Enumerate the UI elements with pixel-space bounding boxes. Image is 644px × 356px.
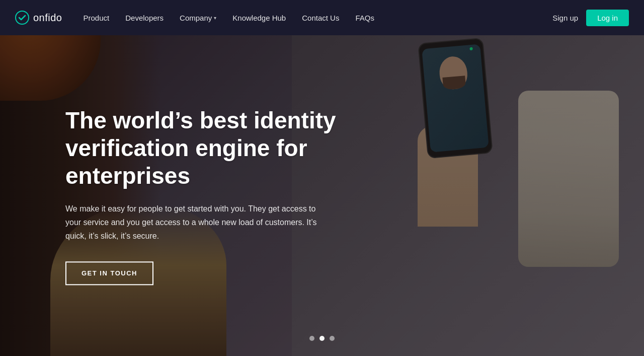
carousel-dot-3[interactable]	[330, 336, 335, 341]
get-in-touch-button[interactable]: GET IN TOUCH	[65, 261, 153, 285]
navbar-left: onfido Product Developers Company ▾ Know…	[15, 10, 380, 26]
nav-link-developers[interactable]: Developers	[119, 10, 170, 26]
carousel-dot-2[interactable]	[319, 336, 325, 341]
nav-link-company[interactable]: Company ▾	[174, 10, 222, 26]
hero-title: The world’s best identity verification e…	[65, 107, 347, 190]
carousel-dot-1[interactable]	[309, 336, 314, 341]
hero-subtitle: We make it easy for people to get starte…	[65, 202, 327, 243]
hero-section: onfido Product Developers Company ▾ Know…	[0, 0, 644, 356]
hero-content: The world’s best identity verification e…	[65, 107, 347, 285]
onfido-checkmark-icon	[15, 11, 29, 25]
navbar: onfido Product Developers Company ▾ Know…	[0, 0, 644, 35]
chevron-down-icon: ▾	[214, 15, 216, 21]
svg-point-0	[16, 11, 29, 24]
nav-link-company-label: Company	[180, 14, 212, 22]
signup-link[interactable]: Sign up	[552, 14, 578, 22]
nav-link-knowledge-hub[interactable]: Knowledge Hub	[226, 10, 292, 26]
logo[interactable]: onfido	[15, 11, 62, 25]
nav-link-contact-us[interactable]: Contact Us	[296, 10, 345, 26]
nav-links: Product Developers Company ▾ Knowledge H…	[77, 10, 380, 26]
nav-link-product[interactable]: Product	[77, 10, 116, 26]
nav-link-faqs[interactable]: FAQs	[349, 10, 380, 26]
login-button[interactable]: Log in	[586, 10, 629, 26]
navbar-right: Sign up Log in	[552, 10, 629, 26]
logo-text: onfido	[33, 12, 62, 24]
carousel-dots	[309, 336, 335, 341]
